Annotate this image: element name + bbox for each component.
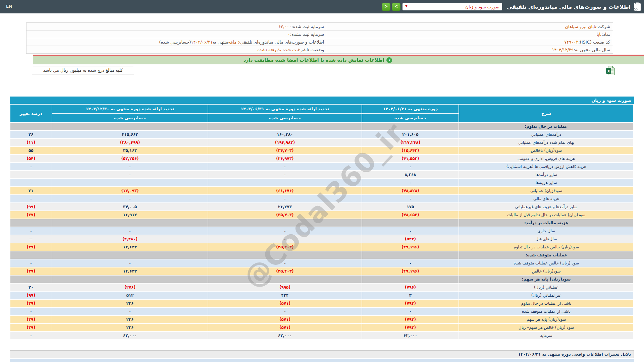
info-icon: i: [386, 57, 392, 63]
value-cell: [208, 251, 361, 259]
income-statement-table: شرح دوره منتهی به ۱۴۰۴/۰۶/۳۱ تجدید ارائه…: [10, 104, 634, 340]
table-row: غیرعملیاتي (ریال)۳۴۲۴۵۱۲(۹۹): [10, 292, 633, 299]
value-cell: (۳۵,۴۰۳): [208, 211, 361, 219]
value-cell: ۰: [362, 308, 459, 315]
col-header-description: شرح: [459, 105, 633, 122]
col-header-period-restated-h1: تجدید ارائه شده دوره منتهی به ۱۴۰۳/۰۶/۳۱: [208, 105, 361, 113]
value-cell: (۳۹): [10, 324, 52, 331]
excel-export-icon[interactable]: X: [606, 66, 615, 75]
topbar: اطلاعات و صورت‌های مالی میاندوره‌ای تلفی…: [0, 0, 644, 13]
table-row: سود(زیان) پایه هر سهم(۷۹۳)(۵۷۱)۲۳۶(۳۹): [10, 316, 633, 323]
value-cell: (۲۷۶): [52, 284, 208, 291]
info-label: سال مالی منتهی به:: [574, 47, 610, 52]
table-row: سود (زیان) خالص عملیات متوقف شده۰۰۰۰: [10, 259, 633, 267]
value-cell: ۲۶: [10, 131, 52, 138]
value-cell: ۱۶۰,۲۸۰: [208, 131, 361, 138]
next-statement-button[interactable]: >: [392, 3, 400, 11]
table-row: سود (زیان) خالص هر سهم– ریال(۷۹۳)(۵۷۱)۲۳…: [10, 324, 633, 331]
company-info-row: شرکت: تابان نیرو سپاهانسرمایه ثبت شده: ۶…: [26, 23, 613, 31]
company-info-cell: کد صنعت (ISIC): ۷۴۹۰۰۲: [327, 38, 613, 46]
value-cell: ۸,۳۶۸: [362, 171, 459, 178]
table-row: سود(زیان) عملیات در حال تداوم قبل از مال…: [10, 211, 633, 219]
value-cell: [52, 276, 208, 283]
table-row: سال‌هاي قبل(۵۴۳)۰(۲,۲۸۰)--: [10, 235, 633, 243]
changes-reasons-header: دلایل تغییرات اطلاعات واقعی دوره منتهی ب…: [10, 350, 634, 358]
value-cell: [208, 123, 361, 130]
row-label: سایر هزینه‌ها: [459, 179, 633, 186]
row-label: سود (زیان) خالص هر سهم– ریال: [459, 324, 633, 331]
value-cell: ۱۶,۹۱۲: [52, 211, 208, 219]
company-info-cell: سرمایه ثبت شده: ۶۲,۰۰۰: [26, 23, 327, 30]
info-value: ۱۴۰۴/۱۲/۲۹: [552, 47, 574, 52]
audit-status-cell: حسابرسی شده: [52, 114, 208, 122]
value-cell: (۴۸,۶۵۳): [362, 211, 459, 219]
company-info-cell: وضعیت ناشر: ثبت شده پذیرفته نشده: [26, 46, 327, 53]
svg-text:X: X: [607, 69, 610, 73]
value-cell: ۰: [52, 308, 208, 315]
statement-dropdown[interactable]: صورت سود و زیان ▼: [402, 3, 502, 10]
row-label: عملیاتي (ریال): [459, 284, 633, 291]
row-label: سود(زیان) خالص: [459, 267, 633, 275]
header-row-periods: شرح دوره منتهی به ۱۴۰۴/۰۶/۳۱ تجدید ارائه…: [10, 105, 633, 113]
value-cell: (۳۹): [10, 300, 52, 307]
value-cell: (۲,۲۸۰): [52, 235, 208, 243]
row-label: هزینه کاهش ارزش دریافتنی ها (هزینه استثن…: [459, 163, 633, 170]
info-value: ۱۴۰۴/۰۶/۳۱: [191, 40, 213, 45]
value-cell: ۰: [52, 163, 208, 170]
value-cell: (۱۱): [10, 139, 52, 146]
info-label: کد صنعت (ISIC):: [578, 40, 610, 45]
audit-status-cell: حسابرسی شده: [208, 114, 361, 122]
value-cell: --: [10, 235, 52, 243]
chevron-down-icon: ▼: [405, 4, 408, 8]
next-section-strip: [10, 359, 634, 362]
value-cell: ۲۰۱,۶۰۵: [362, 131, 459, 138]
value-cell: (۴۱,۵۵۳): [362, 155, 459, 162]
row-label: سود(زیان) خالص عملیات در حال تداوم: [459, 243, 633, 251]
page-title: اطلاعات و صورت‌های مالی میاندوره‌ای تلفی…: [507, 4, 631, 10]
value-cell: (۲۶,۹۷۳): [208, 155, 361, 162]
prev-statement-button[interactable]: <: [382, 3, 390, 11]
value-cell: ۰: [10, 179, 52, 186]
value-cell: ۰: [52, 227, 208, 235]
table-row: درآمدهاي عملياتي۲۰۱,۶۰۵۱۶۰,۲۸۰۴۱۵,۶۶۲۲۶: [10, 131, 633, 138]
amounts-unit-note: کلیه مبالغ درج شده به میلیون ریال می باش…: [32, 66, 134, 74]
value-cell: ۰: [208, 308, 361, 315]
audit-status-cell: حسابرسی شده: [362, 114, 459, 122]
company-info-cell: سرمایه ثبت نشده: ۰: [26, 31, 327, 38]
value-cell: ۰: [10, 332, 52, 339]
table-row: بهای تمام شده درآمدهاي عملياتي(۲۱۷,۲۴۸)(…: [10, 139, 633, 146]
value-cell: (۴۹,۱۹۶): [362, 243, 459, 251]
value-cell: (۵۷۱): [208, 324, 361, 331]
row-label: سرمایه: [459, 332, 633, 339]
info-value: ۶۲,۰۰۰: [278, 24, 291, 29]
company-info-table: شرکت: تابان نیرو سپاهانسرمایه ثبت شده: ۶…: [26, 22, 613, 54]
value-cell: (۹۹): [10, 292, 52, 299]
value-cell: [52, 219, 208, 227]
value-cell: ۲۱: [10, 187, 52, 194]
value-cell: (۷۹۳): [362, 300, 459, 307]
row-label: بهای تمام شده درآمدهاي عملياتي: [459, 139, 633, 146]
table-row: سایر هزینه‌ها۰۰۰۰: [10, 179, 633, 186]
table-row: سرمایه۶۲,۰۰۰۶۲,۰۰۰۶۲,۰۰۰۰: [10, 332, 633, 339]
value-cell: [52, 251, 208, 259]
info-label: (حسابرسی شده): [159, 40, 191, 45]
row-label: سال جاري: [459, 227, 633, 235]
value-cell: (۴۸,۸۲۸): [362, 187, 459, 194]
table-row: ناشی از عملیات در حال تداوم(۷۹۳)(۵۷۱)۲۳۶…: [10, 300, 633, 307]
value-cell: ۰: [208, 195, 361, 202]
value-cell: [362, 219, 459, 227]
language-en-link[interactable]: EN: [6, 4, 12, 9]
value-cell: [10, 123, 52, 130]
row-label: هزینه های فروش، اداری و عمومی: [459, 155, 633, 162]
info-value: ثبت شده پذیرفته نشده: [257, 47, 299, 52]
value-cell: ۱۴,۶۳۲: [52, 267, 208, 275]
info-label: نماد:: [602, 32, 610, 37]
value-cell: ۰: [10, 163, 52, 170]
alert-text: اطلاعات نمایش داده شده با اطلاعات امضا ش…: [244, 57, 384, 63]
value-cell: ۰: [208, 259, 361, 267]
row-label: سود(زیان) پایه هر سهم: [459, 316, 633, 323]
info-value: ۰: [288, 32, 290, 37]
statement-title-bar: صورت سود و زیان: [10, 97, 634, 104]
info-value: ۶ ماهه: [228, 40, 240, 45]
row-label: هزینه مالیات بر درآمد:: [459, 219, 633, 227]
